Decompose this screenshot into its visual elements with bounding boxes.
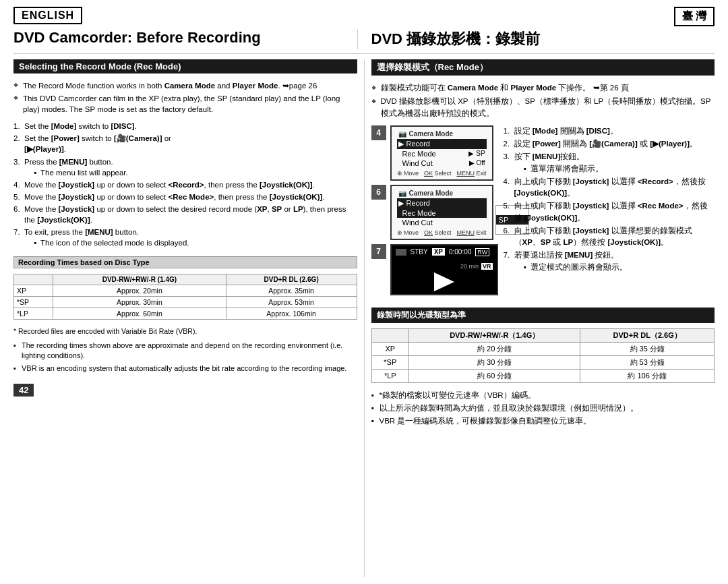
step-7: 7.To exit, press the [MENU] button. The … bbox=[13, 227, 357, 248]
zh-step-1: 1.設定 [Mode] 開關為 [DISC]。 bbox=[504, 125, 715, 137]
right-section-heading: 選擇錄製模式（Rec Mode） bbox=[371, 59, 715, 76]
zh-intro-bullets: 錄製模式功能可在 Camera Mode 和 Player Mode 下操作。 … bbox=[371, 82, 715, 121]
zh-col-dl: DVD+R DL（2.6G） bbox=[580, 328, 715, 342]
step-3-sub: The menu list will appear. bbox=[34, 167, 357, 178]
step-5: 5.Move the [Joystick] up or down to sele… bbox=[13, 192, 357, 202]
table-row: *LP Approx. 60min Approx. 106min bbox=[14, 308, 357, 320]
row-sp-col1: Approx. 30min bbox=[53, 297, 226, 308]
table-row: XP Approx. 20min Approx. 35min bbox=[14, 285, 357, 297]
footnote: * Recorded files are encoded with Variab… bbox=[13, 326, 357, 337]
zh-row-xp-col2: 約 35 分鐘 bbox=[580, 342, 715, 355]
diag6-title: Camera Mode bbox=[409, 189, 454, 197]
diag6-windcut-row: Wind Cut bbox=[397, 218, 487, 227]
row-xp-col2: Approx. 35min bbox=[226, 285, 357, 297]
col-label bbox=[14, 274, 53, 285]
diag4-title: Camera Mode bbox=[409, 130, 454, 138]
zh-footer-bullet-3: VBR 是一種編碼系統，可根據錄製影像自動調整位元速率。 bbox=[371, 415, 715, 427]
diag4-recmode-row: Rec Mode▶ SP bbox=[397, 149, 487, 158]
viewfinder-diagram: STBY XP 0:00:00 RW 20 min VR bbox=[390, 244, 498, 295]
zh-bullet-1: 錄製模式功能可在 Camera Mode 和 Player Mode 下操作。 … bbox=[371, 82, 715, 94]
rec-times-header: Recording Times based on Disc Type bbox=[13, 256, 357, 268]
english-label: ENGLISH bbox=[13, 7, 82, 24]
footer-bullets: The recording times shown above are appr… bbox=[13, 341, 357, 376]
menu-diagram-6: 📷Camera Mode ▶ Record Rec Mode XP SP bbox=[390, 185, 493, 240]
step-4: 4.Move the [Joystick] up or down to sele… bbox=[13, 179, 357, 190]
menu-diagram-4: 📷Camera Mode ▶ Record Rec Mode▶ SP Wind … bbox=[390, 125, 493, 181]
zh-step-6: 6.向上或向下移動 [Joystick] 以選擇想要的錄製模式（XP、SP 或 … bbox=[504, 225, 715, 249]
row-sp-label: *SP bbox=[14, 297, 53, 308]
zh-row-xp-label: XP bbox=[371, 342, 409, 355]
col-dvd-rw: DVD-RW/+RW/-R (1.4G) bbox=[53, 274, 226, 285]
col-dvd-dl: DVD+R DL (2.6G) bbox=[226, 274, 357, 285]
right-column: 選擇錄製模式（Rec Mode） 錄製模式功能可在 Camera Mode 和 … bbox=[364, 59, 715, 577]
row-lp-label: *LP bbox=[14, 308, 53, 320]
zh-row-sp-label: *SP bbox=[371, 355, 409, 369]
left-section-heading: Selecting the Record Mode (Rec Mode) bbox=[13, 59, 357, 74]
zh-row-lp-col1: 約 60 分鐘 bbox=[409, 369, 580, 382]
times-table: DVD-RW/+RW/-R (1.4G) DVD+R DL (2.6G) XP … bbox=[13, 274, 357, 320]
zh-step-2: 2.設定 [Power] 開關為 [🎥(Camera)] 或 [▶(Player… bbox=[504, 138, 715, 150]
zh-step-4: 4.向上或向下移動 [Joystick] 以選擇 <Record>，然後按 [J… bbox=[504, 176, 715, 200]
footer-bullet-1: The recording times shown above are appr… bbox=[13, 341, 357, 361]
title-row: DVD Camcorder: Before Recording DVD 攝錄放影… bbox=[13, 29, 715, 54]
footer-bullet-2: VBR is an encoding system that automatic… bbox=[13, 363, 357, 374]
step-7-box: 7 bbox=[371, 244, 386, 259]
zh-row-xp-col1: 約 20 分鐘 bbox=[409, 342, 580, 355]
svg-marker-0 bbox=[434, 272, 454, 291]
zh-footer-bullet-2: 以上所示的錄製時間為大約值，並且取決於錄製環境（例如照明情況）。 bbox=[371, 403, 715, 414]
zh-steps-list: 1.設定 [Mode] 開關為 [DISC]。 2.設定 [Power] 開關為… bbox=[504, 125, 715, 273]
row-lp-col1: Approx. 60min bbox=[53, 308, 226, 320]
play-arrow-icon bbox=[434, 272, 454, 291]
diag6-record-row: ▶ Record bbox=[397, 198, 487, 208]
row-xp-label: XP bbox=[14, 285, 53, 297]
zh-row-lp-col2: 約 106 分鐘 bbox=[580, 369, 715, 382]
row-lp-col2: Approx. 106min bbox=[226, 308, 357, 320]
zh-col-rw: DVD-RW/+RW/-R（1.4G） bbox=[409, 328, 580, 342]
step-6: 6.Move the [Joystick] up or down to sele… bbox=[13, 204, 357, 225]
step-3: 3.Press the [MENU] button. The menu list… bbox=[13, 156, 357, 178]
zh-step-3: 3.按下 [MENU]按鈕。 選單清單將會顯示。 bbox=[504, 151, 715, 175]
step-7-sub: The icon of the selected mode is display… bbox=[34, 237, 357, 248]
bullet-1: The Record Mode function works in both C… bbox=[13, 80, 357, 91]
left-column: Selecting the Record Mode (Rec Mode) The… bbox=[13, 59, 357, 577]
zh-step-5: 5.向上或向下移動 [Joystick] 以選擇 <Rec Mode>，然後按 … bbox=[504, 200, 715, 224]
header: ENGLISH 臺 灣 bbox=[13, 7, 715, 26]
diag4-footer: ⊕ MoveOK SelectMENU Exit bbox=[397, 170, 487, 177]
steps-list: 1.Set the [Mode] switch to [DISC]. 2.Set… bbox=[13, 121, 357, 250]
zh-footer-bullets: *錄製的檔案以可變位元速率（VBR）編碼。 以上所示的錄製時間為大約值，並且取決… bbox=[371, 390, 715, 429]
zh-table-row: *LP 約 60 分鐘 約 106 分鐘 bbox=[371, 369, 715, 382]
step-4-box: 4 bbox=[371, 125, 386, 140]
diag6-recmode-row: Rec Mode XP SP LP bbox=[397, 208, 487, 218]
page-number: 42 bbox=[13, 384, 34, 397]
zh-times-table: DVD-RW/+RW/-R（1.4G） DVD+R DL（2.6G） XP 約 … bbox=[371, 328, 715, 383]
zh-step-7: 7.若要退出請按 [MENU] 按鈕。 選定模式的圖示將會顯示。 bbox=[504, 250, 715, 273]
step-6-box: 6 bbox=[371, 185, 386, 200]
diag4-windcut-row: Wind Cut▶ Off bbox=[397, 158, 487, 168]
zh-times-header: 錄製時間以光碟類型為準 bbox=[371, 308, 715, 323]
zh-footer-bullet-1: *錄製的檔案以可變位元速率（VBR）編碼。 bbox=[371, 390, 715, 401]
intro-bullets: The Record Mode function works in both C… bbox=[13, 80, 357, 117]
title-right: DVD 攝錄放影機：錄製前 bbox=[357, 29, 715, 49]
zh-col-label bbox=[371, 328, 409, 342]
step-1: 1.Set the [Mode] switch to [DISC]. bbox=[13, 121, 357, 132]
row-sp-col2: Approx. 53min bbox=[226, 297, 357, 308]
zh-table-row: *SP 約 30 分鐘 約 53 分鐘 bbox=[371, 355, 715, 369]
taiwan-label: 臺 灣 bbox=[674, 7, 715, 26]
table-row: *SP Approx. 30min Approx. 53min bbox=[14, 297, 357, 308]
zh-table-row: XP 約 20 分鐘 約 35 分鐘 bbox=[371, 342, 715, 355]
page: ENGLISH 臺 灣 DVD Camcorder: Before Record… bbox=[0, 0, 728, 584]
row-xp-col1: Approx. 20min bbox=[53, 285, 226, 297]
diag4-record-row: ▶ Record bbox=[397, 139, 487, 149]
zh-bullet-2: DVD 攝錄放影機可以 XP（特別播放）、SP（標準播放）和 LP（長時間播放）… bbox=[371, 96, 715, 119]
zh-step-3-sub: 選單清單將會顯示。 bbox=[524, 163, 715, 175]
zh-row-lp-label: *LP bbox=[371, 369, 409, 382]
zh-row-sp-col2: 約 53 分鐘 bbox=[580, 355, 715, 369]
main-content: Selecting the Record Mode (Rec Mode) The… bbox=[13, 59, 715, 577]
zh-row-sp-col1: 約 30 分鐘 bbox=[409, 355, 580, 369]
zh-step-7-sub: 選定模式的圖示將會顯示。 bbox=[524, 262, 715, 273]
title-left: DVD Camcorder: Before Recording bbox=[13, 29, 357, 49]
diag6-footer: ⊕ MoveOK SelectMENU Exit bbox=[397, 229, 487, 236]
step-2: 2.Set the [Power] switch to [🎥(Camera)] … bbox=[13, 133, 357, 154]
bullet-2: This DVD Camcorder can film in the XP (e… bbox=[13, 93, 357, 115]
